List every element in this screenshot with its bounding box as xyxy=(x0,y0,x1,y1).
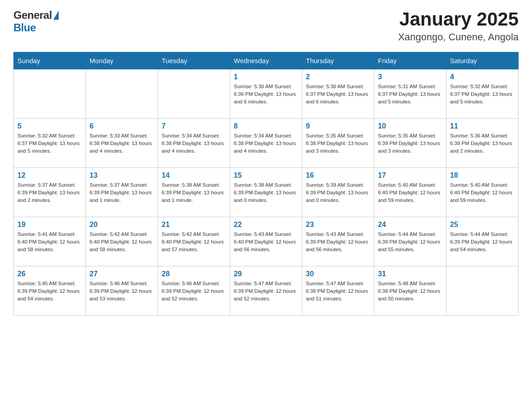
calendar-cell: 20Sunrise: 5:42 AM Sunset: 6:40 PM Dayli… xyxy=(86,217,158,266)
page-subtitle: Xangongo, Cunene, Angola xyxy=(398,31,519,43)
day-info: Sunrise: 5:46 AM Sunset: 6:39 PM Dayligh… xyxy=(90,280,154,302)
calendar-cell: 1Sunrise: 5:30 AM Sunset: 6:36 PM Daylig… xyxy=(230,69,302,119)
calendar-cell: 18Sunrise: 5:40 AM Sunset: 6:40 PM Dayli… xyxy=(446,168,519,217)
day-number: 29 xyxy=(234,270,298,278)
day-info: Sunrise: 5:42 AM Sunset: 6:40 PM Dayligh… xyxy=(90,231,154,253)
calendar-cell: 26Sunrise: 5:45 AM Sunset: 6:39 PM Dayli… xyxy=(14,266,86,316)
day-number: 8 xyxy=(234,122,298,130)
day-info: Sunrise: 5:38 AM Sunset: 6:39 PM Dayligh… xyxy=(162,181,226,204)
day-info: Sunrise: 5:31 AM Sunset: 6:37 PM Dayligh… xyxy=(378,83,442,105)
calendar-cell: 21Sunrise: 5:42 AM Sunset: 6:40 PM Dayli… xyxy=(158,217,230,266)
calendar-cell: 11Sunrise: 5:36 AM Sunset: 6:39 PM Dayli… xyxy=(446,119,519,168)
calendar-cell: 17Sunrise: 5:40 AM Sunset: 6:40 PM Dayli… xyxy=(374,168,446,217)
day-number: 15 xyxy=(234,171,298,180)
calendar-cell: 24Sunrise: 5:44 AM Sunset: 6:39 PM Dayli… xyxy=(374,217,446,266)
calendar-cell: 23Sunrise: 5:43 AM Sunset: 6:39 PM Dayli… xyxy=(302,217,374,266)
day-info: Sunrise: 5:42 AM Sunset: 6:40 PM Dayligh… xyxy=(162,231,226,253)
day-info: Sunrise: 5:39 AM Sunset: 6:39 PM Dayligh… xyxy=(306,181,370,204)
day-number: 1 xyxy=(234,73,298,81)
calendar-cell xyxy=(446,266,519,316)
day-info: Sunrise: 5:32 AM Sunset: 6:37 PM Dayligh… xyxy=(450,83,515,105)
day-number: 23 xyxy=(306,221,370,229)
calendar-cell: 27Sunrise: 5:46 AM Sunset: 6:39 PM Dayli… xyxy=(86,266,158,316)
day-info: Sunrise: 5:44 AM Sunset: 6:39 PM Dayligh… xyxy=(378,231,442,253)
day-number: 12 xyxy=(17,171,82,180)
day-info: Sunrise: 5:46 AM Sunset: 6:39 PM Dayligh… xyxy=(162,280,226,302)
day-info: Sunrise: 5:36 AM Sunset: 6:39 PM Dayligh… xyxy=(450,132,515,154)
calendar-cell xyxy=(158,69,230,119)
calendar-header: SundayMondayTuesdayWednesdayThursdayFrid… xyxy=(14,52,519,69)
calendar-cell: 12Sunrise: 5:37 AM Sunset: 6:39 PM Dayli… xyxy=(14,168,86,217)
day-info: Sunrise: 5:40 AM Sunset: 6:40 PM Dayligh… xyxy=(450,181,515,204)
calendar-week-row: 12Sunrise: 5:37 AM Sunset: 6:39 PM Dayli… xyxy=(14,168,519,217)
day-info: Sunrise: 5:35 AM Sunset: 6:38 PM Dayligh… xyxy=(306,132,370,154)
day-number: 27 xyxy=(90,270,154,278)
calendar-cell: 8Sunrise: 5:34 AM Sunset: 6:38 PM Daylig… xyxy=(230,119,302,168)
calendar-week-row: 5Sunrise: 5:32 AM Sunset: 6:37 PM Daylig… xyxy=(14,119,519,168)
day-info: Sunrise: 5:34 AM Sunset: 6:38 PM Dayligh… xyxy=(162,132,226,154)
day-info: Sunrise: 5:40 AM Sunset: 6:40 PM Dayligh… xyxy=(378,181,442,204)
day-of-week-header: Wednesday xyxy=(230,52,302,69)
day-number: 31 xyxy=(378,270,442,278)
days-of-week-row: SundayMondayTuesdayWednesdayThursdayFrid… xyxy=(14,52,519,69)
day-of-week-header: Saturday xyxy=(446,52,519,69)
day-of-week-header: Sunday xyxy=(14,52,86,69)
day-number: 19 xyxy=(17,221,82,229)
logo-triangle-icon xyxy=(53,11,59,20)
day-info: Sunrise: 5:33 AM Sunset: 6:38 PM Dayligh… xyxy=(90,132,154,154)
day-info: Sunrise: 5:38 AM Sunset: 6:39 PM Dayligh… xyxy=(234,181,298,204)
day-number: 14 xyxy=(162,171,226,180)
calendar-cell: 15Sunrise: 5:38 AM Sunset: 6:39 PM Dayli… xyxy=(230,168,302,217)
day-of-week-header: Monday xyxy=(86,52,158,69)
day-info: Sunrise: 5:37 AM Sunset: 6:39 PM Dayligh… xyxy=(90,181,154,204)
logo-general-text: General xyxy=(13,9,52,21)
calendar-cell: 7Sunrise: 5:34 AM Sunset: 6:38 PM Daylig… xyxy=(158,119,230,168)
day-info: Sunrise: 5:47 AM Sunset: 6:38 PM Dayligh… xyxy=(306,280,370,302)
calendar-cell xyxy=(86,69,158,119)
title-block: January 2025 Xangongo, Cunene, Angola xyxy=(398,9,519,43)
day-number: 17 xyxy=(378,171,442,180)
day-number: 4 xyxy=(450,73,515,81)
day-number: 26 xyxy=(17,270,82,278)
calendar-cell: 19Sunrise: 5:41 AM Sunset: 6:40 PM Dayli… xyxy=(14,217,86,266)
calendar-cell: 14Sunrise: 5:38 AM Sunset: 6:39 PM Dayli… xyxy=(158,168,230,217)
day-info: Sunrise: 5:30 AM Sunset: 6:37 PM Dayligh… xyxy=(306,83,370,105)
day-number: 25 xyxy=(450,221,515,229)
day-info: Sunrise: 5:45 AM Sunset: 6:39 PM Dayligh… xyxy=(17,280,82,302)
calendar-week-row: 1Sunrise: 5:30 AM Sunset: 6:36 PM Daylig… xyxy=(14,69,519,119)
day-number: 7 xyxy=(162,122,226,130)
calendar-cell: 9Sunrise: 5:35 AM Sunset: 6:38 PM Daylig… xyxy=(302,119,374,168)
day-number: 11 xyxy=(450,122,515,130)
day-of-week-header: Thursday xyxy=(302,52,374,69)
day-number: 6 xyxy=(90,122,154,130)
calendar-cell: 4Sunrise: 5:32 AM Sunset: 6:37 PM Daylig… xyxy=(446,69,519,119)
calendar-cell: 3Sunrise: 5:31 AM Sunset: 6:37 PM Daylig… xyxy=(374,69,446,119)
day-info: Sunrise: 5:37 AM Sunset: 6:39 PM Dayligh… xyxy=(17,181,82,204)
logo-blue-text: Blue xyxy=(13,21,36,34)
day-number: 2 xyxy=(306,73,370,81)
page-title: January 2025 xyxy=(398,9,519,30)
calendar-week-row: 26Sunrise: 5:45 AM Sunset: 6:39 PM Dayli… xyxy=(14,266,519,316)
day-number: 20 xyxy=(90,221,154,229)
day-of-week-header: Tuesday xyxy=(158,52,230,69)
day-info: Sunrise: 5:34 AM Sunset: 6:38 PM Dayligh… xyxy=(234,132,298,154)
calendar-cell: 16Sunrise: 5:39 AM Sunset: 6:39 PM Dayli… xyxy=(302,168,374,217)
day-info: Sunrise: 5:41 AM Sunset: 6:40 PM Dayligh… xyxy=(17,231,82,253)
day-info: Sunrise: 5:32 AM Sunset: 6:37 PM Dayligh… xyxy=(17,132,82,154)
calendar-cell: 22Sunrise: 5:43 AM Sunset: 6:40 PM Dayli… xyxy=(230,217,302,266)
calendar-body: 1Sunrise: 5:30 AM Sunset: 6:36 PM Daylig… xyxy=(14,69,519,316)
day-number: 28 xyxy=(162,270,226,278)
page-header: General Blue January 2025 Xangongo, Cune… xyxy=(13,9,519,43)
calendar-cell: 10Sunrise: 5:35 AM Sunset: 6:39 PM Dayli… xyxy=(374,119,446,168)
day-info: Sunrise: 5:35 AM Sunset: 6:39 PM Dayligh… xyxy=(378,132,442,154)
calendar-cell: 30Sunrise: 5:47 AM Sunset: 6:38 PM Dayli… xyxy=(302,266,374,316)
day-info: Sunrise: 5:43 AM Sunset: 6:39 PM Dayligh… xyxy=(306,231,370,253)
calendar-cell: 25Sunrise: 5:44 AM Sunset: 6:39 PM Dayli… xyxy=(446,217,519,266)
calendar-cell: 31Sunrise: 5:48 AM Sunset: 6:38 PM Dayli… xyxy=(374,266,446,316)
calendar-cell: 5Sunrise: 5:32 AM Sunset: 6:37 PM Daylig… xyxy=(14,119,86,168)
day-number: 3 xyxy=(378,73,442,81)
day-number: 24 xyxy=(378,221,442,229)
day-info: Sunrise: 5:44 AM Sunset: 6:39 PM Dayligh… xyxy=(450,231,515,253)
day-info: Sunrise: 5:48 AM Sunset: 6:38 PM Dayligh… xyxy=(378,280,442,302)
calendar-week-row: 19Sunrise: 5:41 AM Sunset: 6:40 PM Dayli… xyxy=(14,217,519,266)
